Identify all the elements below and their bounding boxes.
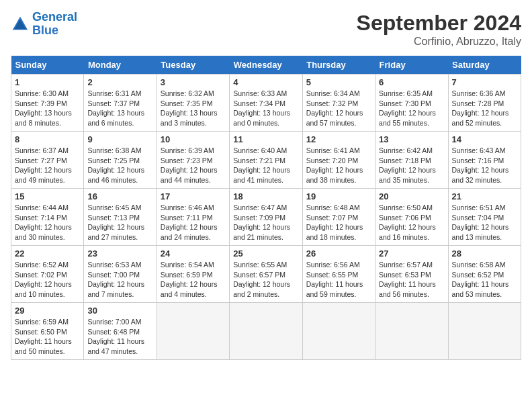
day-number: 19 bbox=[306, 191, 371, 201]
calendar-day-cell: 11Sunrise: 6:40 AMSunset: 7:21 PMDayligh… bbox=[230, 132, 302, 189]
calendar-day-cell: 27Sunrise: 6:57 AMSunset: 6:53 PMDayligh… bbox=[375, 246, 448, 303]
day-info: Sunrise: 6:31 AMSunset: 7:37 PMDaylight:… bbox=[87, 89, 152, 128]
day-number: 2 bbox=[87, 77, 152, 87]
calendar-table: SundayMondayTuesdayWednesdayThursdayFrid… bbox=[11, 56, 521, 360]
day-info: Sunrise: 6:47 AMSunset: 7:09 PMDaylight:… bbox=[233, 203, 298, 242]
calendar-day-cell: 14Sunrise: 6:43 AMSunset: 7:16 PMDayligh… bbox=[448, 132, 521, 189]
calendar-day-cell: 20Sunrise: 6:50 AMSunset: 7:06 PMDayligh… bbox=[375, 189, 448, 246]
day-number: 30 bbox=[87, 306, 152, 316]
calendar-day-cell: 5Sunrise: 6:34 AMSunset: 7:32 PMDaylight… bbox=[302, 75, 375, 132]
day-number: 13 bbox=[379, 134, 444, 144]
day-number: 23 bbox=[87, 248, 152, 259]
calendar-week-row: 15Sunrise: 6:44 AMSunset: 7:14 PMDayligh… bbox=[11, 189, 521, 246]
weekday-header-monday: Monday bbox=[84, 56, 157, 75]
calendar-day-cell: 17Sunrise: 6:46 AMSunset: 7:11 PMDayligh… bbox=[157, 189, 229, 246]
day-info: Sunrise: 6:41 AMSunset: 7:20 PMDaylight:… bbox=[306, 146, 371, 185]
calendar-day-cell bbox=[375, 303, 448, 360]
weekday-header-friday: Friday bbox=[375, 56, 448, 75]
calendar-day-cell: 29Sunrise: 6:59 AMSunset: 6:50 PMDayligh… bbox=[11, 303, 84, 360]
calendar-day-cell: 12Sunrise: 6:41 AMSunset: 7:20 PMDayligh… bbox=[302, 132, 375, 189]
day-info: Sunrise: 7:00 AMSunset: 6:48 PMDaylight:… bbox=[87, 317, 152, 357]
day-info: Sunrise: 6:42 AMSunset: 7:18 PMDaylight:… bbox=[379, 146, 444, 185]
logo-line2: Blue bbox=[32, 24, 58, 37]
day-number: 27 bbox=[379, 248, 444, 259]
calendar-day-cell: 3Sunrise: 6:32 AMSunset: 7:35 PMDaylight… bbox=[157, 75, 229, 132]
weekday-header-thursday: Thursday bbox=[302, 56, 375, 75]
title-block: September 2024 Corfinio, Abruzzo, Italy bbox=[357, 11, 521, 48]
calendar-day-cell: 16Sunrise: 6:45 AMSunset: 7:13 PMDayligh… bbox=[84, 189, 157, 246]
day-number: 26 bbox=[306, 248, 371, 259]
calendar-day-cell: 25Sunrise: 6:55 AMSunset: 6:57 PMDayligh… bbox=[230, 246, 302, 303]
day-number: 11 bbox=[233, 134, 298, 144]
day-info: Sunrise: 6:33 AMSunset: 7:34 PMDaylight:… bbox=[233, 89, 298, 128]
calendar-week-row: 1Sunrise: 6:30 AMSunset: 7:39 PMDaylight… bbox=[11, 75, 521, 132]
day-info: Sunrise: 6:36 AMSunset: 7:28 PMDaylight:… bbox=[452, 89, 517, 128]
calendar-day-cell bbox=[157, 303, 229, 360]
page-header: General Blue September 2024 Corfinio, Ab… bbox=[11, 11, 521, 48]
day-info: Sunrise: 6:58 AMSunset: 6:52 PMDaylight:… bbox=[452, 260, 517, 300]
location-title: Corfinio, Abruzzo, Italy bbox=[357, 36, 521, 48]
day-info: Sunrise: 6:35 AMSunset: 7:30 PMDaylight:… bbox=[379, 89, 444, 128]
calendar-day-cell bbox=[448, 303, 521, 360]
day-info: Sunrise: 6:32 AMSunset: 7:35 PMDaylight:… bbox=[161, 89, 226, 128]
weekday-header-saturday: Saturday bbox=[448, 56, 521, 75]
calendar-day-cell: 30Sunrise: 7:00 AMSunset: 6:48 PMDayligh… bbox=[84, 303, 157, 360]
calendar-day-cell: 13Sunrise: 6:42 AMSunset: 7:18 PMDayligh… bbox=[375, 132, 448, 189]
calendar-day-cell: 18Sunrise: 6:47 AMSunset: 7:09 PMDayligh… bbox=[230, 189, 302, 246]
calendar-day-cell: 10Sunrise: 6:39 AMSunset: 7:23 PMDayligh… bbox=[157, 132, 229, 189]
day-info: Sunrise: 6:40 AMSunset: 7:21 PMDaylight:… bbox=[233, 146, 298, 185]
calendar-day-cell: 4Sunrise: 6:33 AMSunset: 7:34 PMDaylight… bbox=[230, 75, 302, 132]
calendar-day-cell: 23Sunrise: 6:53 AMSunset: 7:00 PMDayligh… bbox=[84, 246, 157, 303]
weekday-header-sunday: Sunday bbox=[11, 56, 84, 75]
calendar-day-cell: 22Sunrise: 6:52 AMSunset: 7:02 PMDayligh… bbox=[11, 246, 84, 303]
day-info: Sunrise: 6:43 AMSunset: 7:16 PMDaylight:… bbox=[452, 146, 517, 185]
day-info: Sunrise: 6:50 AMSunset: 7:06 PMDaylight:… bbox=[379, 203, 444, 242]
calendar-week-row: 22Sunrise: 6:52 AMSunset: 7:02 PMDayligh… bbox=[11, 246, 521, 303]
calendar-day-cell: 19Sunrise: 6:48 AMSunset: 7:07 PMDayligh… bbox=[302, 189, 375, 246]
calendar-day-cell bbox=[230, 303, 302, 360]
day-number: 14 bbox=[452, 134, 517, 144]
day-number: 9 bbox=[87, 134, 152, 144]
logo: General Blue bbox=[11, 11, 77, 38]
day-number: 12 bbox=[306, 134, 371, 144]
day-number: 8 bbox=[15, 134, 80, 144]
day-number: 22 bbox=[15, 248, 80, 259]
day-info: Sunrise: 6:53 AMSunset: 7:00 PMDaylight:… bbox=[87, 260, 152, 300]
day-number: 7 bbox=[452, 77, 517, 87]
day-number: 21 bbox=[452, 191, 517, 201]
day-info: Sunrise: 6:56 AMSunset: 6:55 PMDaylight:… bbox=[306, 260, 371, 300]
calendar-day-cell: 28Sunrise: 6:58 AMSunset: 6:52 PMDayligh… bbox=[448, 246, 521, 303]
day-number: 20 bbox=[379, 191, 444, 201]
day-info: Sunrise: 6:54 AMSunset: 6:59 PMDaylight:… bbox=[161, 260, 226, 300]
calendar-day-cell: 1Sunrise: 6:30 AMSunset: 7:39 PMDaylight… bbox=[11, 75, 84, 132]
day-info: Sunrise: 6:34 AMSunset: 7:32 PMDaylight:… bbox=[306, 89, 371, 128]
logo-icon bbox=[11, 15, 30, 34]
day-number: 29 bbox=[15, 306, 80, 316]
day-info: Sunrise: 6:55 AMSunset: 6:57 PMDaylight:… bbox=[233, 260, 298, 300]
day-info: Sunrise: 6:37 AMSunset: 7:27 PMDaylight:… bbox=[15, 146, 80, 185]
calendar-day-cell bbox=[302, 303, 375, 360]
month-title: September 2024 bbox=[357, 11, 521, 36]
day-info: Sunrise: 6:48 AMSunset: 7:07 PMDaylight:… bbox=[306, 203, 371, 242]
calendar-week-row: 8Sunrise: 6:37 AMSunset: 7:27 PMDaylight… bbox=[11, 132, 521, 189]
weekday-header-wednesday: Wednesday bbox=[230, 56, 302, 75]
calendar-header-row: SundayMondayTuesdayWednesdayThursdayFrid… bbox=[11, 56, 521, 75]
logo-text: General Blue bbox=[32, 11, 77, 38]
calendar-day-cell: 2Sunrise: 6:31 AMSunset: 7:37 PMDaylight… bbox=[84, 75, 157, 132]
day-info: Sunrise: 6:51 AMSunset: 7:04 PMDaylight:… bbox=[452, 203, 517, 242]
day-number: 10 bbox=[161, 134, 226, 144]
day-number: 17 bbox=[161, 191, 226, 201]
day-number: 24 bbox=[161, 248, 226, 259]
day-info: Sunrise: 6:38 AMSunset: 7:25 PMDaylight:… bbox=[87, 146, 152, 185]
day-number: 25 bbox=[233, 248, 298, 259]
calendar-day-cell: 6Sunrise: 6:35 AMSunset: 7:30 PMDaylight… bbox=[375, 75, 448, 132]
day-number: 18 bbox=[233, 191, 298, 201]
calendar-day-cell: 24Sunrise: 6:54 AMSunset: 6:59 PMDayligh… bbox=[157, 246, 229, 303]
day-info: Sunrise: 6:45 AMSunset: 7:13 PMDaylight:… bbox=[87, 203, 152, 242]
day-number: 6 bbox=[379, 77, 444, 87]
day-info: Sunrise: 6:44 AMSunset: 7:14 PMDaylight:… bbox=[15, 203, 80, 242]
day-number: 1 bbox=[15, 77, 80, 87]
day-number: 16 bbox=[87, 191, 152, 201]
day-info: Sunrise: 6:46 AMSunset: 7:11 PMDaylight:… bbox=[161, 203, 226, 242]
calendar-day-cell: 21Sunrise: 6:51 AMSunset: 7:04 PMDayligh… bbox=[448, 189, 521, 246]
